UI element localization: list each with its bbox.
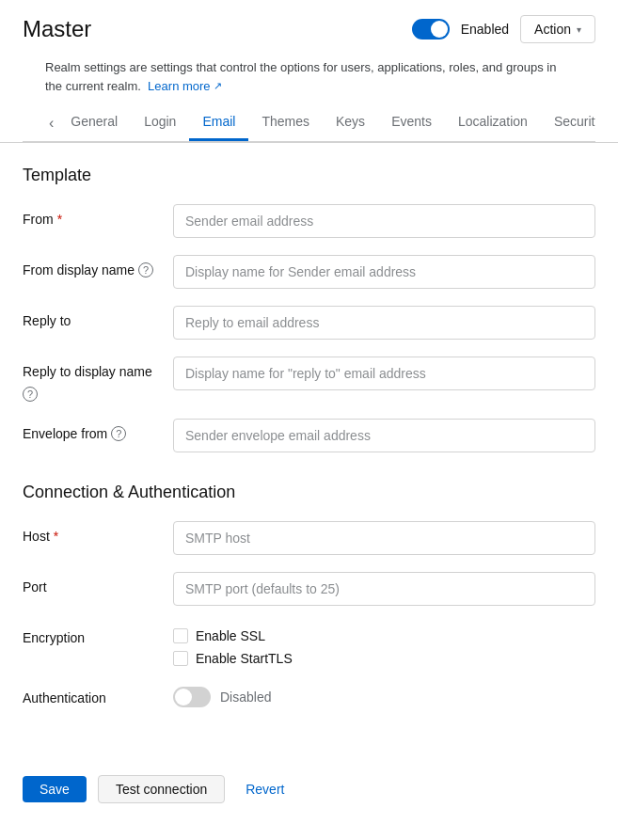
reply-to-display-name-control (173, 357, 595, 390)
envelope-from-control (173, 419, 595, 452)
form-row-host: Host * (23, 521, 595, 555)
port-label: Port (23, 572, 173, 594)
form-row-authentication: Authentication Disabled (23, 683, 595, 707)
reply-to-label: Reply to (23, 306, 173, 328)
authentication-status: Disabled (220, 689, 271, 705)
envelope-from-label: Envelope from ? (23, 419, 173, 441)
page-header: Master Enabled Action ▾ Realm settings a… (0, 0, 618, 143)
from-display-name-help-icon[interactable]: ? (138, 262, 153, 277)
from-control (173, 204, 595, 238)
tabs-container: ‹ General Login Email Themes Keys Events… (23, 104, 595, 142)
test-connection-button[interactable]: Test connection (98, 775, 225, 803)
tab-login[interactable]: Login (131, 104, 189, 141)
auth-toggle-row: Disabled (173, 683, 595, 707)
host-control (173, 521, 595, 555)
from-input[interactable] (173, 204, 595, 238)
from-label: From * (23, 204, 173, 227)
header-top: Master Enabled Action ▾ (23, 15, 595, 43)
header-controls: Enabled Action ▾ (412, 15, 595, 43)
host-input[interactable] (173, 521, 595, 555)
encryption-control: Enable SSL Enable StartTLS (173, 623, 595, 666)
reply-to-display-name-help-icon[interactable]: ? (23, 387, 38, 402)
content-area: Template From * From display name ? (0, 143, 618, 760)
form-row-reply-to: Reply to (23, 306, 595, 340)
required-indicator: * (57, 212, 62, 227)
page-title: Master (23, 16, 91, 42)
starttls-checkbox[interactable] (173, 651, 188, 666)
host-label: Host * (23, 521, 173, 544)
chevron-down-icon: ▾ (577, 24, 581, 35)
ssl-checkbox-row[interactable]: Enable SSL (173, 628, 595, 643)
tab-email[interactable]: Email (189, 104, 248, 141)
encryption-checkbox-group: Enable SSL Enable StartTLS (173, 623, 595, 666)
revert-button[interactable]: Revert (236, 776, 293, 802)
tab-themes[interactable]: Themes (248, 104, 323, 141)
tab-keys[interactable]: Keys (323, 104, 378, 141)
authentication-toggle[interactable] (173, 687, 211, 707)
tab-security-defenses[interactable]: Security defens... (541, 104, 595, 141)
host-required-indicator: * (54, 529, 58, 544)
from-display-name-input[interactable] (173, 255, 595, 289)
ssl-checkbox[interactable] (173, 628, 188, 643)
reply-to-display-name-input[interactable] (173, 357, 595, 390)
form-row-envelope-from: Envelope from ? (23, 419, 595, 452)
tab-prev-button[interactable]: ‹ (45, 115, 57, 132)
envelope-from-help-icon[interactable]: ? (111, 426, 126, 441)
from-display-name-label: From display name ? (23, 255, 173, 277)
learn-more-link[interactable]: Learn more (148, 77, 221, 96)
form-row-reply-to-display-name: Reply to display name ? (23, 357, 595, 402)
tab-general[interactable]: General (57, 104, 131, 141)
form-footer: Save Test connection Revert (0, 760, 618, 818)
port-input[interactable] (173, 572, 595, 606)
tab-localization[interactable]: Localization (445, 104, 541, 141)
encryption-label: Encryption (23, 623, 173, 645)
envelope-from-input[interactable] (173, 419, 595, 452)
page-description: Realm settings are settings that control… (23, 51, 595, 104)
enabled-label: Enabled (461, 22, 509, 37)
starttls-checkbox-row[interactable]: Enable StartTLS (173, 651, 595, 666)
form-row-from-display-name: From display name ? (23, 255, 595, 289)
action-button[interactable]: Action ▾ (520, 15, 595, 43)
from-display-name-control (173, 255, 595, 289)
enabled-toggle[interactable] (412, 19, 450, 40)
connection-section: Connection & Authentication Host * Port … (23, 483, 595, 707)
template-section-title: Template (23, 166, 595, 185)
authentication-control: Disabled (173, 683, 595, 707)
reply-to-input[interactable] (173, 306, 595, 340)
port-control (173, 572, 595, 606)
tab-events[interactable]: Events (378, 104, 445, 141)
authentication-label: Authentication (23, 683, 173, 705)
form-row-from: From * (23, 204, 595, 238)
connection-section-title: Connection & Authentication (23, 483, 595, 502)
reply-to-display-name-label: Reply to display name ? (23, 357, 173, 402)
reply-to-control (173, 306, 595, 340)
form-row-encryption: Encryption Enable SSL Enable StartTLS (23, 623, 595, 666)
template-section: Template From * From display name ? (23, 166, 595, 452)
save-button[interactable]: Save (23, 776, 87, 802)
form-row-port: Port (23, 572, 595, 606)
